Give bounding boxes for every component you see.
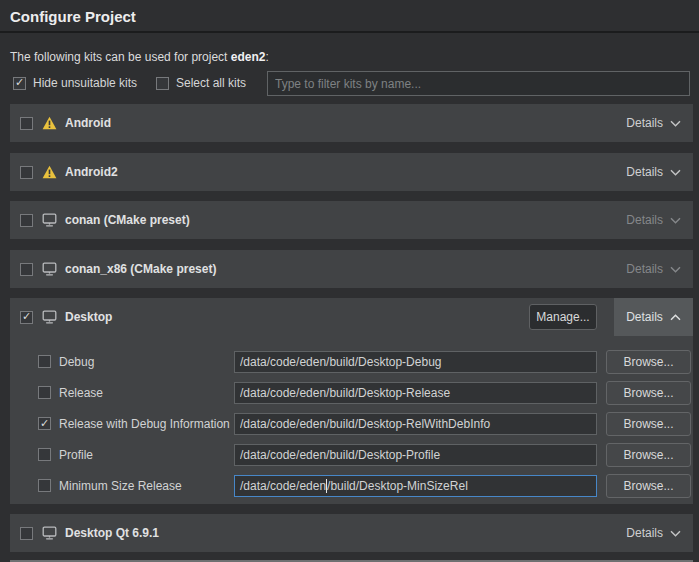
config-row-relwithdebinfo: Release with Debug Information Browse... xyxy=(10,412,693,436)
kit-row-android[interactable]: Android Details xyxy=(10,104,693,142)
hide-unsuitable-label: Hide unsuitable kits xyxy=(33,76,137,90)
details-button-android2[interactable]: Details xyxy=(614,153,693,191)
kit-row-desktop[interactable]: Desktop Manage... Details xyxy=(10,298,693,336)
config-checkbox-release[interactable] xyxy=(38,386,51,399)
config-label-debug: Debug xyxy=(59,355,94,369)
configure-project-page: Configure Project The following kits can… xyxy=(0,0,699,562)
kits-description-prefix: The following kits can be used for proje… xyxy=(10,50,231,64)
kit-checkbox-desktop-qt[interactable] xyxy=(20,527,33,540)
build-dir-input-minsizerel[interactable]: /data/code/eden/build/Desktop-MinSizeRel xyxy=(234,475,597,497)
kit-checkbox-desktop[interactable] xyxy=(20,311,33,324)
monitor-icon xyxy=(42,213,57,227)
browse-button-profile[interactable]: Browse... xyxy=(606,443,691,467)
build-dir-input-relwithdebinfo[interactable] xyxy=(234,413,597,435)
config-row-release: Release Browse... xyxy=(10,381,693,405)
details-label: Details xyxy=(626,526,663,540)
kit-name-android: Android xyxy=(65,116,111,130)
chevron-down-icon xyxy=(670,526,681,540)
path-text-after-caret: /build/Desktop-MinSizeRel xyxy=(327,479,468,493)
kit-panel-desktop: Desktop Manage... Details Debug Browse..… xyxy=(10,298,693,504)
project-name: eden2 xyxy=(231,50,266,64)
config-label-release: Release xyxy=(59,386,103,400)
details-label: Details xyxy=(626,262,663,276)
kit-row-conan-x86[interactable]: conan_x86 (CMake preset) Details xyxy=(10,250,693,288)
config-label-profile: Profile xyxy=(59,448,93,462)
chevron-down-icon xyxy=(670,165,681,179)
kits-description-suffix: : xyxy=(265,50,268,64)
kit-name-android2: Android2 xyxy=(65,165,118,179)
browse-button-debug[interactable]: Browse... xyxy=(606,350,691,374)
config-row-minsizerel: Minimum Size Release /data/code/eden/bui… xyxy=(10,474,693,498)
details-button-conan-x86[interactable]: Details xyxy=(614,250,693,288)
details-label: Details xyxy=(626,310,663,324)
kit-row-android2[interactable]: Android2 Details xyxy=(10,153,693,191)
build-dir-input-debug[interactable] xyxy=(234,351,597,373)
details-button-conan[interactable]: Details xyxy=(614,201,693,239)
hide-unsuitable-checkbox[interactable] xyxy=(13,77,26,90)
kit-filter-input[interactable] xyxy=(267,71,690,96)
kit-checkbox-conan-x86[interactable] xyxy=(20,263,33,276)
page-title: Configure Project xyxy=(10,8,136,25)
kit-name-desktop-qt: Desktop Qt 6.9.1 xyxy=(65,526,159,540)
title-separator xyxy=(0,31,699,33)
warning-icon xyxy=(42,165,57,179)
select-all-label: Select all kits xyxy=(176,76,246,90)
browse-button-relwithdebinfo[interactable]: Browse... xyxy=(606,412,691,436)
kit-checkbox-android2[interactable] xyxy=(20,166,33,179)
hide-unsuitable-kits-checkbox-group[interactable]: Hide unsuitable kits xyxy=(13,76,137,90)
chevron-down-icon xyxy=(670,116,681,130)
details-button-desktop-qt[interactable]: Details xyxy=(614,514,693,552)
select-all-kits-checkbox-group[interactable]: Select all kits xyxy=(156,76,246,90)
kit-name-conan-x86: conan_x86 (CMake preset) xyxy=(65,262,216,276)
details-label: Details xyxy=(626,116,663,130)
select-all-checkbox[interactable] xyxy=(156,77,169,90)
config-row-profile: Profile Browse... xyxy=(10,443,693,467)
config-row-debug: Debug Browse... xyxy=(10,350,693,374)
config-label-minsizerel: Minimum Size Release xyxy=(59,479,182,493)
monitor-icon xyxy=(42,310,57,324)
config-checkbox-debug[interactable] xyxy=(38,355,51,368)
config-checkbox-minsizerel[interactable] xyxy=(38,479,51,492)
warning-icon xyxy=(42,116,57,130)
details-label: Details xyxy=(626,165,663,179)
monitor-icon xyxy=(42,526,57,540)
kit-name-conan: conan (CMake preset) xyxy=(65,213,190,227)
kit-checkbox-conan[interactable] xyxy=(20,214,33,227)
kit-name-desktop: Desktop xyxy=(65,310,112,324)
chevron-down-icon xyxy=(670,213,681,227)
browse-button-release[interactable]: Browse... xyxy=(606,381,691,405)
chevron-down-icon xyxy=(670,262,681,276)
config-checkbox-relwithdebinfo[interactable] xyxy=(38,417,51,430)
chevron-up-icon xyxy=(670,310,681,324)
manage-button[interactable]: Manage... xyxy=(529,304,597,330)
build-dir-input-release[interactable] xyxy=(234,382,597,404)
path-text-before-caret: /data/code/eden xyxy=(240,479,326,493)
kit-checkbox-android[interactable] xyxy=(20,117,33,130)
details-button-android[interactable]: Details xyxy=(614,104,693,142)
kits-description: The following kits can be used for proje… xyxy=(10,50,269,64)
config-checkbox-profile[interactable] xyxy=(38,448,51,461)
details-button-desktop[interactable]: Details xyxy=(614,298,693,336)
kit-row-desktop-qt[interactable]: Desktop Qt 6.9.1 Details xyxy=(10,514,693,552)
details-label: Details xyxy=(626,213,663,227)
monitor-icon xyxy=(42,262,57,276)
config-label-relwithdebinfo: Release with Debug Information xyxy=(59,417,230,431)
kit-row-conan[interactable]: conan (CMake preset) Details xyxy=(10,201,693,239)
build-dir-input-profile[interactable] xyxy=(234,444,597,466)
browse-button-minsizerel[interactable]: Browse... xyxy=(606,474,691,498)
